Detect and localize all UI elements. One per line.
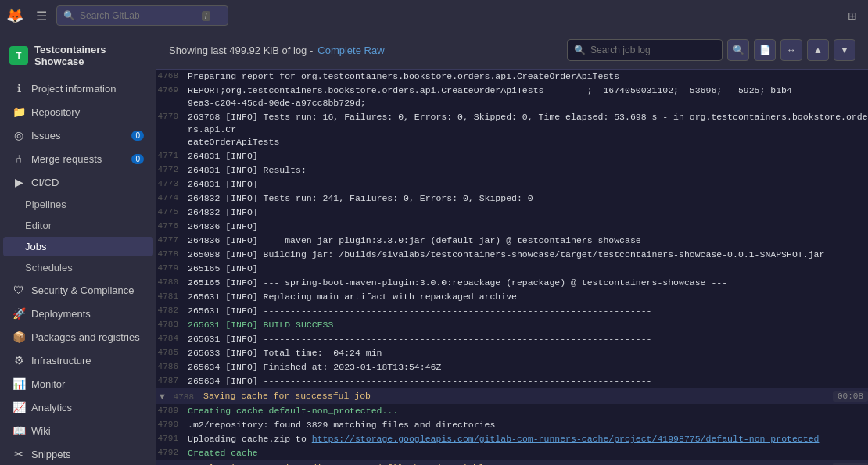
sidebar-item-monitor[interactable]: 📊 Monitor bbox=[3, 373, 153, 395]
sidebar-item-label: Issues bbox=[31, 130, 61, 141]
line-number: 4787 bbox=[156, 375, 188, 385]
log-line: 4777 264836 [INFO] --- maven-jar-plugin:… bbox=[156, 234, 868, 248]
sidebar-sub-item-label: Schedules bbox=[25, 262, 73, 274]
line-content: 264831 [INFO] bbox=[188, 178, 868, 191]
sidebar-item-infrastructure[interactable]: ⚙ Infrastructure bbox=[3, 349, 153, 371]
search-icon: 🔍 bbox=[574, 45, 586, 55]
line-content: 264832 [INFO] Tests run: 241, Failures: … bbox=[188, 192, 868, 205]
line-content: 265634 [INFO] Finished at: 2023-01-18T13… bbox=[188, 361, 868, 374]
line-content: 263768 [INFO] Tests run: 16, Failures: 0… bbox=[188, 111, 868, 148]
scroll-down-button[interactable]: ▼ bbox=[834, 39, 855, 61]
sidebar-item-issues[interactable]: ◎ Issues 0 bbox=[3, 124, 153, 146]
sidebar-item-security-compliance[interactable]: 🛡 Security & Compliance bbox=[3, 279, 153, 301]
line-content: 265633 [INFO] Total time: 04:24 min bbox=[188, 347, 868, 359]
topbar: 🦊 ☰ 🔍 / ⊞ bbox=[0, 0, 868, 31]
log-line: 4792 Created cache bbox=[156, 446, 868, 460]
line-number: 4777 bbox=[156, 234, 188, 245]
complete-raw-link[interactable]: Complete Raw bbox=[317, 45, 384, 56]
global-search[interactable]: 🔍 / bbox=[56, 5, 228, 26]
line-content: 265634 [INFO] --------------------------… bbox=[188, 375, 868, 388]
sidebar-item-wiki[interactable]: 📖 Wiki bbox=[3, 420, 153, 442]
sidebar-item-label: Security & Compliance bbox=[31, 284, 135, 296]
log-line: 4769 REPORT;org.testcontainers.bookstore… bbox=[156, 84, 868, 110]
sidebar-item-label: Packages and registries bbox=[31, 331, 140, 343]
monitor-icon: 📊 bbox=[13, 377, 25, 390]
line-number: 4785 bbox=[156, 347, 188, 357]
scroll-button[interactable]: ↔ bbox=[780, 39, 802, 61]
cache-upload-url[interactable]: https://storage.googleapis.com/gitlab-co… bbox=[312, 434, 820, 444]
merge-requests-badge: 0 bbox=[131, 154, 144, 164]
log-line: 4781 265631 [INFO] Replacing main artifa… bbox=[156, 290, 868, 304]
showing-text: Showing last 499.92 KiB of log - bbox=[169, 45, 313, 56]
sidebar-item-merge-requests[interactable]: ⑃ Merge requests 0 bbox=[3, 148, 153, 170]
avatar: T bbox=[9, 46, 28, 65]
line-content: Creating cache default-non_protected... bbox=[188, 405, 868, 417]
log-line: 4773 264831 [INFO] bbox=[156, 177, 868, 191]
line-content: Uploading cache.zip to https://storage.g… bbox=[188, 433, 868, 445]
cicd-icon: ▶ bbox=[13, 176, 25, 188]
line-content: 265631 [INFO] --------------------------… bbox=[188, 333, 868, 345]
raw-log-button[interactable]: 📄 bbox=[754, 39, 776, 61]
log-header-actions: 🔍 🔍 📄 ↔ ▲ ▼ bbox=[567, 39, 855, 61]
sidebar-item-label: Snippets bbox=[31, 449, 71, 460]
sidebar-item-repository[interactable]: 📁 Repository bbox=[3, 101, 153, 123]
log-line: 4768 Preparing report for org.testcontai… bbox=[156, 70, 868, 84]
log-header-info: Showing last 499.92 KiB of log - Complet… bbox=[169, 45, 385, 56]
wiki-icon: 📖 bbox=[13, 424, 25, 437]
sidebar-sub-item-editor[interactable]: Editor bbox=[3, 216, 153, 235]
log-line: 4786 265634 [INFO] Finished at: 2023-01-… bbox=[156, 360, 868, 374]
analytics-icon: 📈 bbox=[13, 401, 25, 413]
search-input[interactable] bbox=[80, 10, 197, 21]
topbar-extra-icon[interactable]: ⊞ bbox=[843, 6, 862, 25]
line-number: 4778 bbox=[156, 249, 188, 259]
sidebar-item-cicd[interactable]: ▶ CI/CD bbox=[3, 171, 153, 193]
line-content: 265631 [INFO] Replacing main artifact wi… bbox=[188, 291, 868, 303]
log-line: 4783 265631 [INFO] BUILD SUCCESS bbox=[156, 318, 868, 332]
sidebar-item-deployments[interactable]: 🚀 Deployments bbox=[3, 302, 153, 324]
line-number: 4771 bbox=[156, 150, 188, 160]
search-execute-button[interactable]: 🔍 bbox=[727, 39, 749, 61]
sidebar-sub-item-schedules[interactable]: Schedules bbox=[3, 258, 153, 277]
issues-badge: 0 bbox=[131, 131, 144, 141]
log-section-cleanup[interactable]: ▼ 4794 Cleaning up project directory and… bbox=[156, 460, 868, 465]
line-number: 4788 bbox=[172, 392, 203, 402]
sidebar-sub-item-pipelines[interactable]: Pipelines bbox=[3, 195, 153, 214]
log-section-saving-cache[interactable]: ▼ 4788 Saving cache for successful job 0… bbox=[156, 388, 868, 404]
snippets-icon: ✂ bbox=[13, 448, 25, 460]
line-number: 4776 bbox=[156, 220, 188, 231]
sidebar-item-label: Monitor bbox=[31, 378, 65, 390]
section-title: Cleaning up project directory and file b… bbox=[203, 462, 833, 465]
log-line: 4775 264832 [INFO] bbox=[156, 206, 868, 220]
log-line: 4772 264831 [INFO] Results: bbox=[156, 163, 868, 177]
sidebar-item-packages-registries[interactable]: 📦 Packages and registries bbox=[3, 326, 153, 348]
line-number: 4783 bbox=[156, 319, 188, 329]
line-content: 264832 [INFO] bbox=[188, 206, 868, 219]
log-line: 4790 .m2/repository: found 3829 matching… bbox=[156, 418, 868, 432]
search-job-log-input[interactable] bbox=[590, 45, 716, 55]
line-content: Created cache bbox=[188, 447, 868, 460]
content-area: Showing last 499.92 KiB of log - Complet… bbox=[156, 31, 868, 465]
sidebar-item-snippets[interactable]: ✂ Snippets bbox=[3, 443, 153, 465]
info-icon: ℹ bbox=[13, 82, 25, 95]
sidebar-item-label: Deployments bbox=[31, 308, 91, 320]
line-content: 264836 [INFO] --- maven-jar-plugin:3.3.0… bbox=[188, 234, 868, 247]
sidebar-item-label: Project information bbox=[31, 83, 116, 95]
sidebar-sub-item-jobs[interactable]: Jobs bbox=[3, 237, 153, 256]
security-icon: 🛡 bbox=[13, 284, 25, 296]
gitlab-logo-icon: 🦊 bbox=[6, 7, 23, 24]
log-line: 4771 264831 [INFO] bbox=[156, 149, 868, 163]
scroll-up-button[interactable]: ▲ bbox=[807, 39, 829, 61]
menu-icon[interactable]: ☰ bbox=[33, 5, 50, 27]
line-number: 4790 bbox=[156, 419, 188, 429]
search-job-log[interactable]: 🔍 bbox=[567, 39, 723, 61]
infrastructure-icon: ⚙ bbox=[13, 354, 25, 367]
packages-icon: 📦 bbox=[13, 331, 25, 343]
sidebar-item-project-information[interactable]: ℹ Project information bbox=[3, 77, 153, 99]
sidebar-item-analytics[interactable]: 📈 Analytics bbox=[3, 396, 153, 418]
log-line: 4770 263768 [INFO] Tests run: 16, Failur… bbox=[156, 110, 868, 149]
line-number: 4768 bbox=[156, 70, 188, 80]
line-number: 4791 bbox=[156, 433, 188, 443]
section-chevron-icon: ▼ bbox=[156, 392, 172, 402]
log-line: 4787 265634 [INFO] ---------------------… bbox=[156, 374, 868, 388]
sidebar-item-label: CI/CD bbox=[31, 177, 59, 188]
